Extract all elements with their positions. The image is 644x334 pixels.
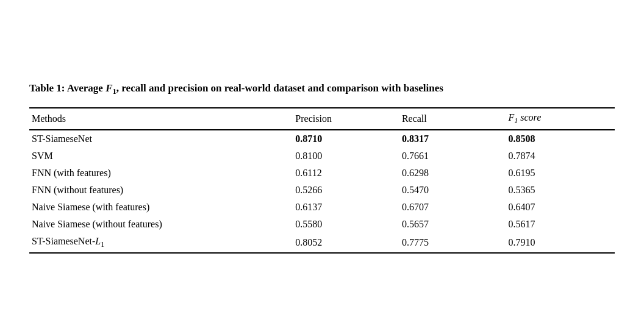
cell-precision: 0.6137 <box>295 199 402 216</box>
cell-recall: 0.5657 <box>402 216 509 233</box>
cell-method: ST-SiameseNet-L1 <box>29 233 295 253</box>
table-caption: Table 1: Average F1, recall and precisio… <box>29 80 615 98</box>
table-row: FNN (with features)0.61120.62980.6195 <box>29 165 615 182</box>
cell-f1: 0.8508 <box>508 130 615 147</box>
cell-f1: 0.5365 <box>508 182 615 199</box>
cell-recall: 0.7775 <box>402 233 509 253</box>
cell-f1: 0.5617 <box>508 216 615 233</box>
table-row: FNN (without features)0.52660.54700.5365 <box>29 182 615 199</box>
table-row: ST-SiameseNet0.87100.83170.8508 <box>29 130 615 147</box>
table-row: Naive Siamese (with features)0.61370.670… <box>29 199 615 216</box>
table-row: Naive Siamese (without features)0.55800.… <box>29 216 615 233</box>
f1-suffix: score <box>518 112 541 123</box>
table-header-row: Methods Precision Recall F1 score <box>29 108 615 130</box>
col-header-recall: Recall <box>402 108 509 130</box>
cell-method: SVM <box>29 147 295 165</box>
caption-text: Average F1, recall and precision on real… <box>67 82 443 94</box>
cell-method: Naive Siamese (with features) <box>29 199 295 216</box>
cell-method: ST-SiameseNet <box>29 130 295 147</box>
cell-method: Naive Siamese (without features) <box>29 216 295 233</box>
table-row: SVM0.81000.76610.7874 <box>29 147 615 165</box>
col-header-methods: Methods <box>29 108 295 130</box>
col-header-f1: F1 score <box>508 108 615 130</box>
cell-method: FNN (with features) <box>29 165 295 182</box>
cell-recall: 0.5470 <box>402 182 509 199</box>
cell-f1: 0.6407 <box>508 199 615 216</box>
f1-italic: F <box>508 112 514 123</box>
cell-precision: 0.8100 <box>295 147 402 165</box>
cell-precision: 0.8710 <box>295 130 402 147</box>
cell-f1: 0.6195 <box>508 165 615 182</box>
col-header-precision: Precision <box>295 108 402 130</box>
cell-recall: 0.8317 <box>402 130 509 147</box>
cell-f1: 0.7910 <box>508 233 615 253</box>
data-table: Methods Precision Recall F1 score ST-Sia… <box>29 107 615 254</box>
table-body: ST-SiameseNet0.87100.83170.8508SVM0.8100… <box>29 130 615 253</box>
cell-precision: 0.5266 <box>295 182 402 199</box>
cell-recall: 0.6707 <box>402 199 509 216</box>
cell-precision: 0.5580 <box>295 216 402 233</box>
cell-f1: 0.7874 <box>508 147 615 165</box>
cell-precision: 0.8052 <box>295 233 402 253</box>
table-row: ST-SiameseNet-L10.80520.77750.7910 <box>29 233 615 253</box>
cell-method: FNN (without features) <box>29 182 295 199</box>
cell-recall: 0.7661 <box>402 147 509 165</box>
table-container: Table 1: Average F1, recall and precisio… <box>29 80 615 254</box>
caption-label: Table 1: <box>29 82 65 94</box>
cell-recall: 0.6298 <box>402 165 509 182</box>
cell-precision: 0.6112 <box>295 165 402 182</box>
